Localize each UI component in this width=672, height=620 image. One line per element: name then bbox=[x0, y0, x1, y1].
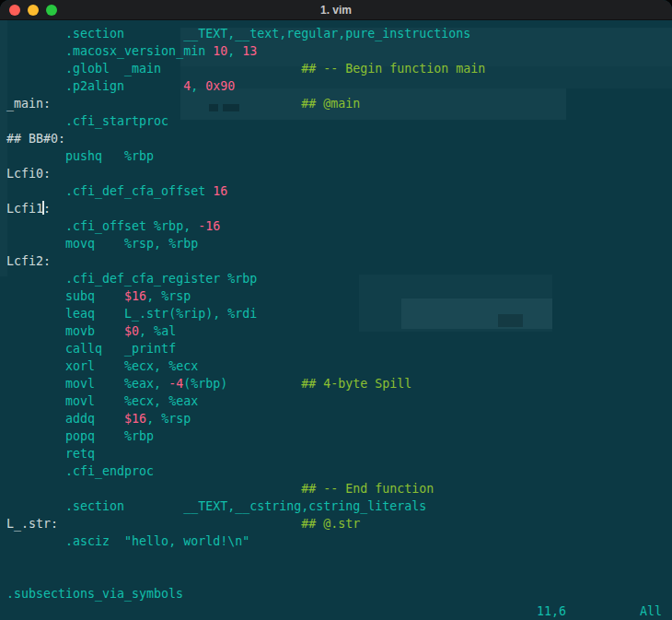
code-line[interactable]: Lcfi1: bbox=[6, 200, 672, 217]
code-line[interactable]: movl %eax, -4(%rbp) ## 4-byte Spill bbox=[6, 375, 672, 392]
code-token: $16 bbox=[124, 289, 146, 303]
code-token: pushq %rbp bbox=[6, 149, 154, 163]
code-token: : bbox=[43, 202, 51, 216]
code-token: , %al bbox=[139, 324, 176, 338]
code-line[interactable]: _main: ## @main bbox=[6, 95, 672, 112]
code-line[interactable]: movb $0, %al bbox=[6, 322, 672, 340]
code-token: $16 bbox=[124, 412, 146, 426]
terminal-window: 1. vim .section __TEXT,__text,regular,pu… bbox=[0, 0, 672, 620]
code-line[interactable]: addq $16, %rsp bbox=[6, 410, 672, 427]
code-line[interactable]: .asciz "hello, world!\n" bbox=[6, 532, 672, 550]
minimize-button[interactable] bbox=[28, 5, 39, 16]
code-line[interactable]: popq %rbp bbox=[6, 427, 672, 445]
code-token: .asciz "hello, world!\n" bbox=[6, 534, 249, 548]
code-token: 0x90 bbox=[205, 79, 235, 93]
scroll-indicator: All bbox=[640, 602, 662, 620]
code-token: popq %rbp bbox=[6, 429, 154, 443]
code-line[interactable]: .cfi_def_cfa_register %rbp bbox=[6, 270, 672, 287]
code-token: (%rbp) bbox=[183, 377, 227, 391]
code-line[interactable] bbox=[6, 567, 672, 585]
cursor-position: 11,6 bbox=[537, 602, 566, 620]
code-token: .cfi_def_cfa_offset bbox=[6, 184, 213, 198]
code-line[interactable]: .section __TEXT,__text,regular,pure_inst… bbox=[6, 25, 672, 42]
code-token: _main: bbox=[6, 97, 51, 111]
code-line[interactable]: callq _printf bbox=[6, 340, 672, 357]
window-title: 1. vim bbox=[320, 4, 352, 17]
code-token: ## @.str bbox=[301, 517, 360, 531]
code-token: Lcfi1 bbox=[6, 202, 43, 216]
code-token: Lcfi0: bbox=[6, 167, 51, 181]
code-line[interactable]: .section __TEXT,__cstring,cstring_litera… bbox=[6, 497, 672, 515]
code-line[interactable] bbox=[6, 550, 672, 567]
code-line[interactable]: .globl _main ## -- Begin function main bbox=[6, 60, 672, 77]
code-line[interactable]: movq %rsp, %rbp bbox=[6, 235, 672, 252]
code-token: 4 bbox=[183, 79, 191, 93]
zoom-button[interactable] bbox=[46, 5, 57, 16]
code-token: movl %ecx, %eax bbox=[6, 394, 198, 408]
code-token: movq %rsp, %rbp bbox=[6, 237, 198, 251]
code-token: , bbox=[191, 79, 205, 93]
code-line[interactable]: leaq L_.str(%rip), %rdi bbox=[6, 305, 672, 322]
code-token: 16 bbox=[213, 184, 227, 198]
code-token: subq bbox=[6, 289, 124, 303]
code-line[interactable]: ## -- End function bbox=[6, 480, 672, 497]
code-line[interactable]: Lcfi2: bbox=[6, 252, 672, 270]
code-token: leaq L_.str(%rip), %rdi bbox=[6, 307, 257, 321]
code-token: .section __TEXT,__text,regular,pure_inst… bbox=[6, 27, 470, 41]
code-token: .cfi_endproc bbox=[6, 464, 154, 478]
code-token: L_.str: bbox=[6, 517, 58, 531]
code-line[interactable]: .cfi_startproc bbox=[6, 112, 672, 130]
vim-editor: .section __TEXT,__text,regular,pure_inst… bbox=[0, 20, 672, 620]
code-token: movb bbox=[6, 324, 124, 338]
code-token: .section __TEXT,__cstring,cstring_litera… bbox=[6, 499, 426, 513]
code-token: movl %eax, bbox=[6, 377, 168, 391]
code-token: .cfi_def_cfa_register %rbp bbox=[6, 272, 257, 286]
code-token: .p2align bbox=[6, 79, 183, 93]
vim-statusline: 11,6 All bbox=[0, 602, 672, 620]
code-token: Lcfi2: bbox=[6, 254, 51, 268]
code-line[interactable]: .subsections_via_symbols bbox=[6, 585, 672, 602]
code-token: -16 bbox=[198, 219, 220, 233]
code-token: ## -- End function bbox=[301, 482, 434, 496]
titlebar[interactable]: 1. vim bbox=[0, 0, 672, 20]
code-token: 13 bbox=[242, 44, 257, 58]
code-line[interactable]: pushq %rbp bbox=[6, 147, 672, 165]
code-token: .cfi_startproc bbox=[6, 114, 168, 128]
code-token: 10 bbox=[213, 44, 227, 58]
code-token: .cfi_offset %rbp, bbox=[6, 219, 198, 233]
code-line[interactable]: .cfi_def_cfa_offset 16 bbox=[6, 182, 672, 200]
code-token: ## -- Begin function main bbox=[301, 62, 485, 76]
close-button[interactable] bbox=[9, 5, 20, 16]
code-token: -4 bbox=[168, 377, 183, 391]
code-token: retq bbox=[6, 447, 95, 461]
code-token: xorl %ecx, %ecx bbox=[6, 359, 198, 373]
code-line[interactable]: xorl %ecx, %ecx bbox=[6, 357, 672, 375]
code-token: , %rsp bbox=[146, 289, 191, 303]
code-line[interactable]: subq $16, %rsp bbox=[6, 287, 672, 305]
code-token: callq _printf bbox=[6, 342, 176, 356]
code-token: .globl _main bbox=[6, 62, 161, 76]
code-area[interactable]: .section __TEXT,__text,regular,pure_inst… bbox=[0, 20, 672, 602]
code-token: ## BB#0: bbox=[6, 132, 65, 146]
code-token: .subsections_via_symbols bbox=[6, 587, 183, 601]
code-line[interactable]: .cfi_endproc bbox=[6, 462, 672, 480]
code-line[interactable]: .cfi_offset %rbp, -16 bbox=[6, 217, 672, 235]
code-line[interactable]: .p2align 4, 0x90 bbox=[6, 77, 672, 95]
code-line[interactable]: movl %ecx, %eax bbox=[6, 392, 672, 410]
code-line[interactable]: Lcfi0: bbox=[6, 165, 672, 182]
code-token: , %rsp bbox=[146, 412, 191, 426]
code-token: ## @main bbox=[301, 97, 360, 111]
code-line[interactable]: retq bbox=[6, 445, 672, 462]
code-token: $0 bbox=[124, 324, 139, 338]
code-line[interactable]: ## BB#0: bbox=[6, 130, 672, 147]
code-line[interactable]: L_.str: ## @.str bbox=[6, 515, 672, 532]
code-token: , bbox=[227, 44, 242, 58]
code-token: .macosx_version_min bbox=[6, 44, 213, 58]
code-token: ## 4-byte Spill bbox=[301, 377, 411, 391]
code-line[interactable]: .macosx_version_min 10, 13 bbox=[6, 42, 672, 60]
traffic-lights bbox=[9, 0, 57, 20]
code-token: addq bbox=[6, 412, 124, 426]
